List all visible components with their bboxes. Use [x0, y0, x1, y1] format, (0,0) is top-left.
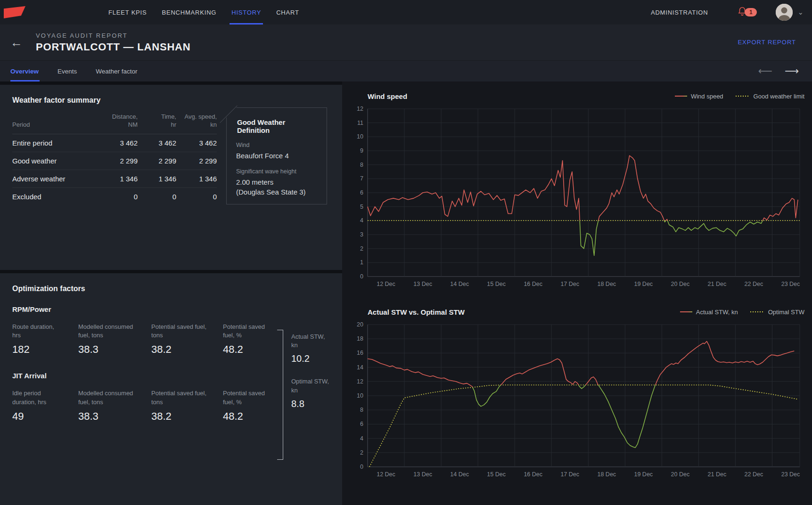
col-time: Time, hr: [138, 110, 176, 134]
gwd-wind-value: Beaufort Force 4: [236, 151, 317, 161]
report-header: ← VOYAGE AUDIT REPORT PORTWALCOTT — LANS…: [0, 24, 812, 60]
actual-vs-optimal-stw-chart[interactable]: 0246810121416182012 Dec13 Dec14 Dec15 De…: [346, 320, 809, 483]
table-row: Entire period 3 462 3 462 3 462: [12, 134, 217, 152]
svg-text:8: 8: [360, 162, 363, 168]
app-logo[interactable]: [4, 6, 25, 18]
svg-text:10: 10: [357, 133, 363, 140]
stw-bracket: [277, 330, 283, 460]
user-avatar[interactable]: [776, 4, 793, 21]
svg-text:5: 5: [360, 204, 363, 210]
svg-text:6: 6: [360, 189, 363, 196]
metric-value: 48.2: [223, 410, 277, 423]
svg-text:19 Dec: 19 Dec: [634, 471, 653, 478]
cell-distance: 3 462: [97, 134, 138, 152]
title-block: VOYAGE AUDIT REPORT PORTWALCOTT — LANSHA…: [36, 32, 190, 53]
wind-chart-title: Wind speed: [368, 92, 407, 100]
cell-period: Adverse weather: [12, 170, 97, 187]
svg-text:2: 2: [360, 245, 363, 252]
cell-distance: 1 346: [97, 170, 138, 187]
table-row: Good weather 2 299 2 299 2 299: [12, 152, 217, 170]
metric-label: Modelled consumed fuel, tons: [78, 389, 151, 406]
svg-text:9: 9: [360, 147, 363, 154]
export-report-button[interactable]: EXPORT REPORT: [738, 39, 796, 46]
legend-label: Optimal STW: [768, 309, 804, 316]
tab-events[interactable]: Events: [48, 61, 86, 81]
gwd-wave-value: 2.00 meters (Douglas Sea State 3): [236, 178, 317, 197]
solid-line-swatch: [680, 311, 692, 312]
svg-text:0: 0: [360, 464, 363, 470]
legend-actual-stw[interactable]: Actual STW, kn: [680, 309, 738, 316]
svg-text:3: 3: [360, 231, 363, 238]
nav-item-history[interactable]: HISTORY: [224, 0, 269, 24]
metric-label: Route duration, hrs: [12, 323, 78, 340]
nav-item-chart[interactable]: CHART: [269, 0, 307, 24]
notification-count-badge: 1: [745, 8, 757, 16]
metric-value: 38.2: [151, 343, 223, 356]
metric-label: Potential saved fuel, tons: [151, 389, 223, 406]
table-row: Adverse weather 1 346 1 346 1 346: [12, 170, 217, 187]
svg-text:17 Dec: 17 Dec: [560, 281, 579, 287]
tab-overview[interactable]: Overview: [0, 61, 48, 81]
legend-label: Actual STW, kn: [696, 309, 738, 316]
table-header-row: Period Distance, NM Time, hr Avg. speed,…: [12, 110, 217, 134]
back-arrow-icon[interactable]: ←: [10, 35, 23, 50]
report-tabs: Overview Events Weather factor ⟵ ⟶: [0, 60, 812, 81]
svg-text:13 Dec: 13 Dec: [413, 471, 432, 478]
cell-time: 3 462: [138, 134, 176, 152]
weather-summary-title: Weather factor summary: [12, 96, 330, 105]
optimal-stw-value: 8.8: [291, 399, 338, 409]
svg-text:21 Dec: 21 Dec: [708, 471, 727, 478]
next-arrow-icon[interactable]: ⟶: [785, 65, 799, 77]
nav-item-benchmarking[interactable]: BENCHMARKING: [154, 0, 224, 24]
prev-arrow-icon[interactable]: ⟵: [758, 65, 772, 77]
notifications-button[interactable]: 1: [737, 6, 757, 18]
top-nav-bar: FLEET KPIS BENCHMARKING HISTORY CHART AD…: [0, 0, 812, 24]
metric-route-duration: Route duration, hrs 182: [12, 323, 78, 356]
svg-text:20: 20: [357, 321, 363, 328]
legend-good-weather-limit[interactable]: Good weather limit: [736, 93, 804, 100]
cell-distance: 0: [97, 187, 138, 205]
tab-pagination: ⟵ ⟶: [758, 65, 812, 77]
metric-modelled-fuel: Modelled consumed fuel, tons 38.3: [78, 323, 151, 356]
legend-wind-speed[interactable]: Wind speed: [675, 93, 723, 100]
svg-text:22 Dec: 22 Dec: [745, 471, 763, 478]
cell-time: 1 346: [138, 170, 176, 187]
gwd-wave-label: Significant wave height: [236, 168, 317, 175]
gwd-title: Good Weather Definition: [237, 118, 317, 134]
metric-value: 38.3: [78, 410, 151, 423]
wind-speed-chart[interactable]: 012345678910111212 Dec13 Dec14 Dec15 Dec…: [346, 104, 809, 293]
stw-chart-header: Actual STW vs. Optimal STW Actual STW, k…: [368, 307, 804, 317]
tab-weather-factor[interactable]: Weather factor: [86, 61, 147, 81]
svg-text:13 Dec: 13 Dec: [413, 281, 432, 287]
metric-saved-fuel-tons: Potential saved fuel, tons 38.2: [151, 323, 223, 356]
charts-column: Wind speed Wind speed Good weather limit…: [342, 81, 812, 505]
main-nav: FLEET KPIS BENCHMARKING HISTORY CHART: [101, 0, 307, 24]
svg-text:11: 11: [357, 120, 363, 126]
svg-text:16 Dec: 16 Dec: [524, 281, 542, 287]
svg-text:17 Dec: 17 Dec: [560, 471, 579, 478]
dotted-line-swatch: [750, 311, 764, 312]
metric-label: Modelled consumed fuel, tons: [78, 323, 151, 340]
stw-chart-legend: Actual STW, kn Optimal STW: [680, 309, 804, 316]
nav-item-fleet-kpis[interactable]: FLEET KPIS: [101, 0, 154, 24]
cell-speed: 3 462: [176, 134, 217, 152]
svg-text:7: 7: [360, 175, 363, 182]
metric-label: Idle period duration, hrs: [12, 389, 78, 406]
optimal-stw-label: Optimal STW, kn: [291, 377, 338, 394]
cell-time: 2 299: [138, 152, 176, 170]
svg-text:14 Dec: 14 Dec: [450, 281, 469, 287]
col-period: Period: [12, 110, 97, 134]
svg-text:1: 1: [360, 259, 363, 266]
actual-stw: Actual STW, kn 10.2: [291, 333, 338, 364]
nav-item-administration[interactable]: ADMINISTRATION: [643, 9, 715, 16]
cell-period: Entire period: [12, 134, 97, 152]
svg-text:12: 12: [357, 378, 363, 385]
legend-label: Wind speed: [691, 93, 723, 100]
nav-right-group: ADMINISTRATION 1 ⌄: [643, 4, 812, 21]
chevron-down-icon[interactable]: ⌄: [797, 8, 804, 16]
legend-optimal-stw[interactable]: Optimal STW: [750, 309, 804, 316]
metric-label: Potential saved fuel, %: [223, 389, 277, 406]
svg-text:6: 6: [360, 421, 363, 427]
metric-value: 182: [12, 343, 78, 356]
metric-value: 48.2: [223, 343, 277, 356]
